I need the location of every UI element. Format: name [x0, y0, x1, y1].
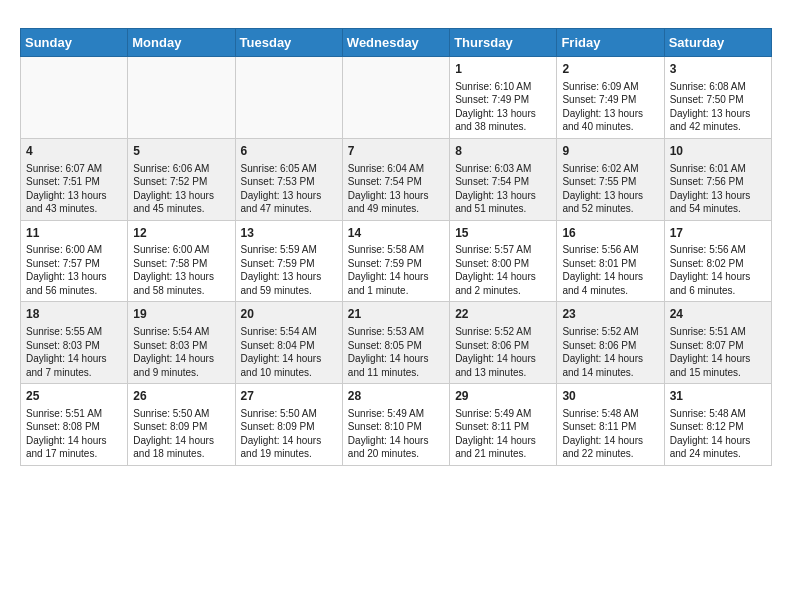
day-info: Daylight: 13 hours and 51 minutes.	[455, 189, 551, 216]
day-info: Sunrise: 5:49 AM	[455, 407, 551, 421]
day-info: Sunset: 8:02 PM	[670, 257, 766, 271]
day-info: Sunrise: 5:48 AM	[562, 407, 658, 421]
day-info: Daylight: 13 hours and 52 minutes.	[562, 189, 658, 216]
weekday-header-tuesday: Tuesday	[235, 29, 342, 57]
calendar-week-row: 11Sunrise: 6:00 AMSunset: 7:57 PMDayligh…	[21, 220, 772, 302]
calendar-week-row: 4Sunrise: 6:07 AMSunset: 7:51 PMDaylight…	[21, 138, 772, 220]
day-info: Sunset: 7:58 PM	[133, 257, 229, 271]
day-info: Daylight: 14 hours and 6 minutes.	[670, 270, 766, 297]
day-number: 14	[348, 225, 444, 242]
page: General Blue SundayMondayTuesdayWednesda…	[0, 0, 792, 482]
day-info: Daylight: 14 hours and 10 minutes.	[241, 352, 337, 379]
calendar-cell: 7Sunrise: 6:04 AMSunset: 7:54 PMDaylight…	[342, 138, 449, 220]
day-info: Sunset: 7:56 PM	[670, 175, 766, 189]
calendar-cell: 21Sunrise: 5:53 AMSunset: 8:05 PMDayligh…	[342, 302, 449, 384]
day-info: Daylight: 14 hours and 17 minutes.	[26, 434, 122, 461]
day-number: 11	[26, 225, 122, 242]
day-number: 13	[241, 225, 337, 242]
day-number: 4	[26, 143, 122, 160]
day-info: Daylight: 14 hours and 7 minutes.	[26, 352, 122, 379]
day-info: Sunset: 8:08 PM	[26, 420, 122, 434]
day-number: 3	[670, 61, 766, 78]
day-info: Sunset: 8:12 PM	[670, 420, 766, 434]
day-info: Daylight: 14 hours and 19 minutes.	[241, 434, 337, 461]
day-info: Sunset: 7:49 PM	[562, 93, 658, 107]
day-info: Sunrise: 5:51 AM	[670, 325, 766, 339]
day-info: Sunset: 8:05 PM	[348, 339, 444, 353]
day-info: Sunset: 7:59 PM	[241, 257, 337, 271]
calendar-cell: 10Sunrise: 6:01 AMSunset: 7:56 PMDayligh…	[664, 138, 771, 220]
day-number: 18	[26, 306, 122, 323]
day-info: Sunset: 8:03 PM	[26, 339, 122, 353]
day-info: Sunrise: 5:57 AM	[455, 243, 551, 257]
day-number: 9	[562, 143, 658, 160]
day-info: Sunset: 8:04 PM	[241, 339, 337, 353]
day-number: 26	[133, 388, 229, 405]
day-info: Sunrise: 6:07 AM	[26, 162, 122, 176]
day-info: Sunset: 7:55 PM	[562, 175, 658, 189]
calendar-cell: 16Sunrise: 5:56 AMSunset: 8:01 PMDayligh…	[557, 220, 664, 302]
day-info: Daylight: 13 hours and 58 minutes.	[133, 270, 229, 297]
day-info: Sunrise: 6:10 AM	[455, 80, 551, 94]
day-info: Sunset: 8:09 PM	[133, 420, 229, 434]
day-info: Daylight: 14 hours and 1 minute.	[348, 270, 444, 297]
day-info: Sunrise: 6:04 AM	[348, 162, 444, 176]
calendar-cell: 25Sunrise: 5:51 AMSunset: 8:08 PMDayligh…	[21, 384, 128, 466]
day-info: Sunrise: 5:50 AM	[133, 407, 229, 421]
calendar-cell: 27Sunrise: 5:50 AMSunset: 8:09 PMDayligh…	[235, 384, 342, 466]
day-info: Daylight: 14 hours and 15 minutes.	[670, 352, 766, 379]
calendar-cell: 18Sunrise: 5:55 AMSunset: 8:03 PMDayligh…	[21, 302, 128, 384]
calendar-cell	[21, 57, 128, 139]
day-number: 8	[455, 143, 551, 160]
calendar-cell: 5Sunrise: 6:06 AMSunset: 7:52 PMDaylight…	[128, 138, 235, 220]
day-info: Sunrise: 6:09 AM	[562, 80, 658, 94]
day-info: Sunset: 7:54 PM	[455, 175, 551, 189]
calendar-cell: 23Sunrise: 5:52 AMSunset: 8:06 PMDayligh…	[557, 302, 664, 384]
day-info: Daylight: 14 hours and 4 minutes.	[562, 270, 658, 297]
day-info: Daylight: 13 hours and 40 minutes.	[562, 107, 658, 134]
day-info: Sunrise: 5:56 AM	[670, 243, 766, 257]
day-number: 1	[455, 61, 551, 78]
day-info: Sunset: 8:06 PM	[562, 339, 658, 353]
calendar-cell: 29Sunrise: 5:49 AMSunset: 8:11 PMDayligh…	[450, 384, 557, 466]
day-info: Sunrise: 5:54 AM	[133, 325, 229, 339]
day-number: 22	[455, 306, 551, 323]
day-info: Sunrise: 5:59 AM	[241, 243, 337, 257]
day-info: Daylight: 13 hours and 54 minutes.	[670, 189, 766, 216]
day-number: 29	[455, 388, 551, 405]
day-info: Daylight: 14 hours and 24 minutes.	[670, 434, 766, 461]
day-info: Daylight: 14 hours and 22 minutes.	[562, 434, 658, 461]
day-info: Daylight: 14 hours and 18 minutes.	[133, 434, 229, 461]
day-info: Daylight: 13 hours and 59 minutes.	[241, 270, 337, 297]
calendar-cell: 1Sunrise: 6:10 AMSunset: 7:49 PMDaylight…	[450, 57, 557, 139]
day-number: 24	[670, 306, 766, 323]
calendar-cell: 4Sunrise: 6:07 AMSunset: 7:51 PMDaylight…	[21, 138, 128, 220]
calendar-cell: 31Sunrise: 5:48 AMSunset: 8:12 PMDayligh…	[664, 384, 771, 466]
day-info: Sunset: 8:11 PM	[455, 420, 551, 434]
calendar-cell: 30Sunrise: 5:48 AMSunset: 8:11 PMDayligh…	[557, 384, 664, 466]
calendar-cell: 17Sunrise: 5:56 AMSunset: 8:02 PMDayligh…	[664, 220, 771, 302]
calendar-cell: 26Sunrise: 5:50 AMSunset: 8:09 PMDayligh…	[128, 384, 235, 466]
day-info: Daylight: 13 hours and 38 minutes.	[455, 107, 551, 134]
calendar-cell: 6Sunrise: 6:05 AMSunset: 7:53 PMDaylight…	[235, 138, 342, 220]
day-info: Sunset: 7:49 PM	[455, 93, 551, 107]
day-info: Sunset: 8:09 PM	[241, 420, 337, 434]
calendar-cell: 11Sunrise: 6:00 AMSunset: 7:57 PMDayligh…	[21, 220, 128, 302]
calendar-week-row: 25Sunrise: 5:51 AMSunset: 8:08 PMDayligh…	[21, 384, 772, 466]
calendar-cell: 13Sunrise: 5:59 AMSunset: 7:59 PMDayligh…	[235, 220, 342, 302]
day-info: Sunset: 7:51 PM	[26, 175, 122, 189]
day-info: Sunset: 8:10 PM	[348, 420, 444, 434]
calendar-cell: 20Sunrise: 5:54 AMSunset: 8:04 PMDayligh…	[235, 302, 342, 384]
weekday-header-monday: Monday	[128, 29, 235, 57]
day-number: 23	[562, 306, 658, 323]
calendar-cell: 15Sunrise: 5:57 AMSunset: 8:00 PMDayligh…	[450, 220, 557, 302]
day-info: Daylight: 14 hours and 20 minutes.	[348, 434, 444, 461]
day-info: Daylight: 14 hours and 11 minutes.	[348, 352, 444, 379]
day-info: Sunrise: 6:03 AM	[455, 162, 551, 176]
day-info: Sunset: 7:57 PM	[26, 257, 122, 271]
calendar-cell: 22Sunrise: 5:52 AMSunset: 8:06 PMDayligh…	[450, 302, 557, 384]
day-info: Sunrise: 5:55 AM	[26, 325, 122, 339]
day-number: 31	[670, 388, 766, 405]
day-info: Sunrise: 5:48 AM	[670, 407, 766, 421]
calendar-cell	[128, 57, 235, 139]
